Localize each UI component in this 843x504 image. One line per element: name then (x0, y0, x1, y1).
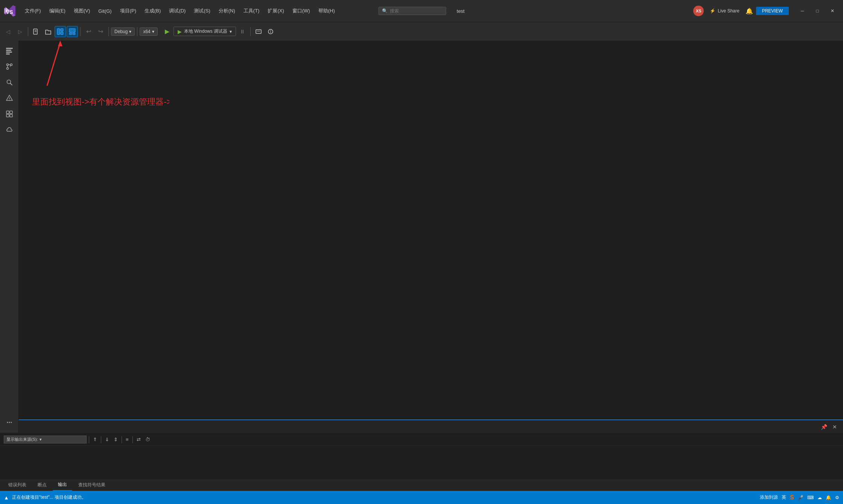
svg-rect-7 (69, 29, 75, 32)
svg-rect-5 (61, 29, 63, 31)
sogou-icon[interactable]: S (790, 494, 794, 501)
forward-button[interactable]: ▷ (14, 26, 26, 37)
activity-more[interactable] (2, 415, 17, 430)
svg-rect-9 (73, 33, 75, 35)
output-sep-3 (122, 436, 122, 443)
output-icon-4[interactable]: ≡ (124, 436, 130, 443)
build-status-icon: ▲ (4, 495, 9, 501)
live-share-label: Live Share (718, 8, 739, 14)
activity-extensions[interactable] (2, 107, 17, 121)
output-icon-1[interactable]: ⇑ (91, 436, 99, 443)
menu-extensions[interactable]: 扩展(X) (264, 6, 288, 16)
output-header: 输出 📌 ✕ (0, 420, 843, 434)
output-icon-6[interactable]: ⏱ (144, 436, 152, 443)
status-left: ▲ 正在创建项目"test"... 项目创建成功。 (4, 494, 86, 501)
output-icon-3[interactable]: ⇕ (112, 436, 119, 443)
pause-button[interactable]: ⏸ (237, 26, 248, 37)
pin-icon[interactable]: 📌 (819, 423, 829, 431)
menu-build[interactable]: 生成(B) (141, 6, 164, 16)
svg-point-19 (10, 64, 12, 66)
vs-logo-icon: VS (3, 4, 17, 18)
menu-project[interactable]: 项目(P) (116, 6, 140, 16)
redo-button[interactable]: ↪ (95, 26, 106, 37)
svg-point-24 (9, 100, 10, 100)
keyboard-icon[interactable]: ⌨ (807, 495, 814, 500)
tab-find-symbols[interactable]: 查找符号结果 (73, 480, 111, 490)
toolbar-separator-4 (137, 27, 137, 36)
menu-analyze[interactable]: 分析(N) (215, 6, 239, 16)
tool2-button[interactable] (265, 26, 276, 37)
chevron-down-icon: ▾ (129, 29, 131, 34)
live-share-button[interactable]: ⚡ Live Share (707, 7, 742, 15)
user-avatar[interactable]: XS (693, 6, 704, 16)
menu-tools[interactable]: 工具(T) (240, 6, 263, 16)
menu-bar: 文件(F) 编辑(E) 视图(V) Git(G) 项目(P) 生成(B) 调试(… (21, 6, 339, 16)
activity-search[interactable] (2, 75, 17, 90)
activity-diagnostics[interactable] (2, 91, 17, 105)
chevron-down-icon-2: ▾ (152, 29, 154, 34)
tab-error-list[interactable]: 错误列表 (3, 480, 32, 490)
undo-button[interactable]: ↩ (83, 26, 94, 37)
settings-icon[interactable]: ⚙ (835, 495, 839, 500)
output-source-dropdown[interactable]: 显示输出来源(S): ▾ (4, 436, 87, 443)
svg-rect-10 (256, 30, 261, 33)
svg-text:VS: VS (6, 9, 13, 15)
activity-git[interactable] (2, 59, 17, 74)
menu-edit[interactable]: 编辑(E) (46, 6, 69, 16)
microphone-icon[interactable]: 🎤 (798, 495, 803, 500)
add-to-source-button[interactable]: 添加到源 (760, 494, 778, 501)
status-bar: ▲ 正在创建项目"test"... 项目创建成功。 添加到源 英 S 🎤 ⌨ ☁… (0, 491, 843, 504)
start-debug-icon[interactable]: ▶ (161, 26, 173, 37)
live-share-icon: ⚡ (710, 8, 715, 14)
menu-help[interactable]: 帮助(H) (315, 6, 339, 16)
run-label: 本地 Windows 调试器 (184, 28, 227, 35)
main-content (19, 41, 843, 433)
cloud-status-icon[interactable]: ☁ (817, 495, 822, 500)
run-button[interactable]: ▶ 本地 Windows 调试器 ▾ (173, 27, 236, 36)
maximize-button[interactable]: □ (810, 4, 825, 18)
menu-debug[interactable]: 调试(D) (165, 6, 189, 16)
back-button[interactable]: ◁ (2, 26, 14, 37)
toolbar-separator-2 (80, 27, 81, 36)
svg-point-20 (6, 68, 8, 70)
debug-config-label: Debug (114, 29, 128, 34)
run-dropdown-icon: ▾ (230, 29, 232, 34)
menu-file[interactable]: 文件(F) (21, 6, 45, 16)
debug-config-dropdown[interactable]: Debug ▾ (111, 27, 135, 36)
close-button[interactable]: ✕ (825, 4, 840, 18)
svg-rect-8 (69, 33, 72, 35)
svg-rect-25 (6, 111, 9, 114)
toolbar-separator-1 (28, 27, 28, 36)
bell-status-icon[interactable]: 🔔 (826, 495, 831, 500)
svg-rect-4 (57, 29, 60, 35)
activity-cloud[interactable] (2, 123, 17, 137)
menu-test[interactable]: 测试(S) (190, 6, 214, 16)
preview-button[interactable]: PREVIEW (756, 7, 789, 15)
output-icon-5[interactable]: ⇄ (135, 436, 142, 443)
tab-output[interactable]: 输出 (53, 479, 72, 491)
activity-bar (0, 41, 19, 433)
close-panel-icon[interactable]: ✕ (831, 423, 838, 431)
search-box[interactable]: 🔍 (379, 7, 446, 15)
arch-config-dropdown[interactable]: x64 ▾ (140, 27, 157, 36)
language-button[interactable]: 英 (782, 494, 786, 501)
menu-view[interactable]: 视图(V) (70, 6, 94, 16)
menu-window[interactable]: 窗口(W) (289, 6, 314, 16)
open-button[interactable] (43, 26, 54, 37)
minimize-button[interactable]: ─ (795, 4, 810, 18)
svg-rect-16 (6, 52, 12, 53)
solution-view-button[interactable] (55, 26, 66, 37)
menu-git[interactable]: Git(G) (94, 7, 115, 15)
search-icon: 🔍 (382, 8, 388, 14)
notifications-icon[interactable]: 🔔 (746, 8, 753, 15)
svg-rect-15 (6, 50, 11, 51)
new-project-button[interactable] (30, 26, 42, 37)
svg-point-29 (7, 422, 8, 423)
activity-solution-explorer[interactable] (2, 44, 17, 58)
output-icon-2[interactable]: ⇓ (103, 436, 111, 443)
search-input[interactable] (390, 8, 428, 14)
tool1-button[interactable] (253, 26, 264, 37)
tab-breakpoints[interactable]: 断点 (32, 480, 52, 490)
toolbar-separator-5 (250, 27, 251, 36)
editor-view-button[interactable] (67, 26, 78, 37)
